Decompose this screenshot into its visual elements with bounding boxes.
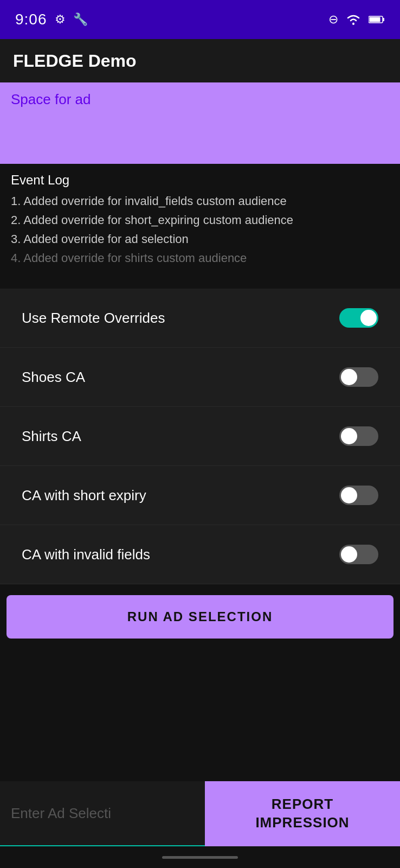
toggle-ca-invalid-fields[interactable] (339, 545, 378, 564)
svg-rect-3 (383, 18, 384, 21)
run-ad-selection-button[interactable]: RUN AD SELECTION (7, 595, 393, 639)
nav-bar (0, 846, 400, 868)
event-log: Event Log 1. Added override for invalid_… (0, 164, 400, 289)
toggle-row-ca-short-expiry: CA with short expiry (0, 466, 400, 525)
svg-point-0 (352, 23, 354, 25)
event-log-entry-3: 3. Added override for ad selection (11, 230, 389, 248)
toggle-knob-ca-invalid-fields (341, 546, 357, 563)
toggle-row-shirts-ca: Shirts CA (0, 407, 400, 466)
toggle-row-ca-invalid-fields: CA with invalid fields (0, 525, 400, 584)
svg-rect-2 (370, 17, 380, 22)
block-icon: ⊖ (328, 12, 338, 27)
toggle-knob-ca-short-expiry (341, 487, 357, 503)
nav-indicator (162, 856, 238, 859)
toggle-label-shoes-ca: Shoes CA (22, 369, 85, 386)
wrench-icon: 🔧 (73, 12, 88, 27)
toggle-label-ca-invalid-fields: CA with invalid fields (22, 546, 150, 563)
status-time: 9:06 (15, 11, 47, 28)
toggle-row-use-remote-overrides: Use Remote Overrides (0, 289, 400, 348)
toggle-row-shoes-ca: Shoes CA (0, 348, 400, 407)
toggle-use-remote-overrides[interactable] (339, 308, 378, 328)
toggle-label-shirts-ca: Shirts CA (22, 428, 81, 445)
toggle-ca-short-expiry[interactable] (339, 486, 378, 505)
ad-space: Space for ad (0, 82, 400, 164)
toggle-label-ca-short-expiry: CA with short expiry (22, 487, 146, 504)
enter-ad-placeholder: Enter Ad Selecti (11, 805, 111, 822)
toggle-knob-use-remote-overrides (360, 310, 377, 326)
event-log-title: Event Log (11, 173, 389, 188)
event-log-entry-2: 2. Added override for short_expiring cus… (11, 211, 389, 229)
status-bar-right: ⊖ (328, 12, 385, 27)
enter-ad-field[interactable]: Enter Ad Selecti (0, 781, 205, 846)
toggle-knob-shirts-ca (341, 428, 357, 444)
event-log-entry-4: 4. Added override for shirts custom audi… (11, 249, 389, 267)
event-log-entry-1: 1. Added override for invalid_fields cus… (11, 192, 389, 210)
wifi-icon (346, 14, 361, 25)
status-bar: 9:06 ⚙ 🔧 ⊖ (0, 0, 400, 39)
toggle-knob-shoes-ca (341, 369, 357, 385)
app-bar: FLEDGE Demo (0, 39, 400, 82)
settings-icon: ⚙ (55, 12, 66, 27)
app-title: FLEDGE Demo (13, 51, 137, 71)
report-impression-button[interactable]: REPORTIMPRESSION (205, 781, 400, 846)
toggle-shirts-ca[interactable] (339, 426, 378, 446)
bottom-bar: Enter Ad Selecti REPORTIMPRESSION (0, 781, 400, 846)
battery-icon (369, 15, 385, 24)
toggle-shoes-ca[interactable] (339, 367, 378, 387)
status-bar-left: 9:06 ⚙ 🔧 (15, 11, 88, 28)
toggle-label-use-remote-overrides: Use Remote Overrides (22, 310, 165, 327)
ad-space-text: Space for ad (11, 91, 91, 107)
